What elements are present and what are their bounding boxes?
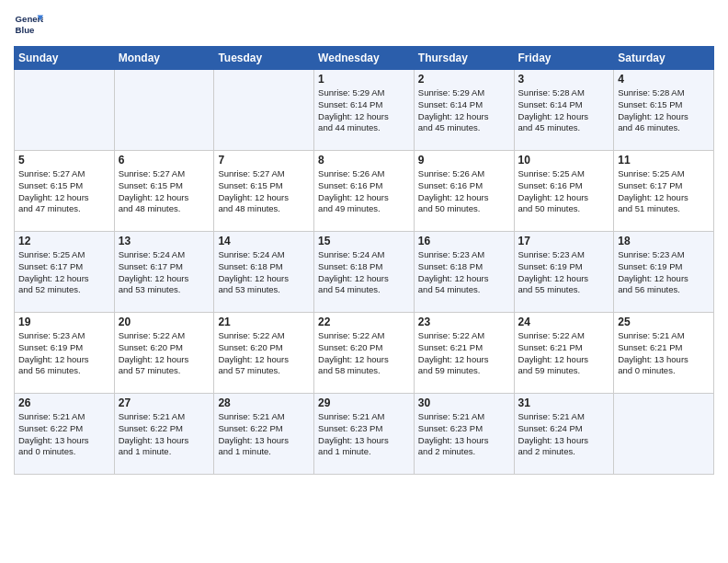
calendar-cell: 25Sunrise: 5:21 AM Sunset: 6:21 PM Dayli… [614, 313, 714, 394]
day-number: 15 [318, 235, 410, 247]
calendar-cell: 20Sunrise: 5:22 AM Sunset: 6:20 PM Dayli… [114, 313, 214, 394]
day-number: 22 [318, 316, 410, 328]
day-number: 26 [18, 396, 110, 409]
day-number: 7 [218, 154, 310, 167]
cell-text: Sunrise: 5:27 AM Sunset: 6:15 PM Dayligh… [18, 168, 110, 215]
calendar-cell: 26Sunrise: 5:21 AM Sunset: 6:22 PM Dayli… [15, 394, 115, 475]
cell-text: Sunrise: 5:23 AM Sunset: 6:19 PM Dayligh… [18, 330, 110, 377]
day-number: 17 [518, 235, 610, 247]
calendar-cell [114, 70, 214, 151]
calendar-cell: 31Sunrise: 5:21 AM Sunset: 6:24 PM Dayli… [514, 394, 614, 475]
calendar-week-1: 1Sunrise: 5:29 AM Sunset: 6:14 PM Daylig… [15, 70, 714, 151]
calendar-week-3: 12Sunrise: 5:25 AM Sunset: 6:17 PM Dayli… [15, 232, 714, 313]
day-number: 6 [119, 154, 210, 167]
calendar-cell [15, 70, 115, 151]
day-number: 19 [18, 316, 110, 328]
calendar-cell [614, 394, 714, 475]
cell-text: Sunrise: 5:29 AM Sunset: 6:14 PM Dayligh… [418, 87, 510, 134]
day-number: 20 [119, 316, 210, 328]
day-number: 8 [318, 154, 410, 167]
day-number: 3 [518, 73, 610, 86]
calendar-cell: 1Sunrise: 5:29 AM Sunset: 6:14 PM Daylig… [314, 70, 415, 151]
cell-text: Sunrise: 5:22 AM Sunset: 6:21 PM Dayligh… [518, 330, 610, 377]
calendar-cell: 16Sunrise: 5:23 AM Sunset: 6:18 PM Dayli… [414, 232, 514, 313]
day-number: 27 [119, 396, 210, 409]
day-number: 25 [618, 316, 710, 328]
calendar-cell: 3Sunrise: 5:28 AM Sunset: 6:14 PM Daylig… [514, 70, 614, 151]
calendar-week-2: 5Sunrise: 5:27 AM Sunset: 6:15 PM Daylig… [15, 151, 714, 232]
calendar-cell: 22Sunrise: 5:22 AM Sunset: 6:20 PM Dayli… [314, 313, 415, 394]
day-number: 23 [418, 316, 510, 328]
calendar-cell: 7Sunrise: 5:27 AM Sunset: 6:15 PM Daylig… [214, 151, 314, 232]
calendar-cell: 8Sunrise: 5:26 AM Sunset: 6:16 PM Daylig… [314, 151, 415, 232]
cell-text: Sunrise: 5:21 AM Sunset: 6:22 PM Dayligh… [218, 411, 310, 458]
weekday-header-wednesday: Wednesday [314, 47, 415, 70]
weekday-header-thursday: Thursday [414, 47, 514, 70]
cell-text: Sunrise: 5:27 AM Sunset: 6:15 PM Dayligh… [218, 168, 310, 215]
cell-text: Sunrise: 5:21 AM Sunset: 6:22 PM Dayligh… [18, 411, 110, 458]
logo: General Blue [14, 9, 43, 39]
day-number: 28 [218, 396, 310, 409]
cell-text: Sunrise: 5:28 AM Sunset: 6:15 PM Dayligh… [618, 87, 710, 134]
cell-text: Sunrise: 5:24 AM Sunset: 6:18 PM Dayligh… [218, 249, 310, 296]
cell-text: Sunrise: 5:28 AM Sunset: 6:14 PM Dayligh… [518, 87, 610, 134]
day-number: 4 [618, 73, 710, 86]
cell-text: Sunrise: 5:21 AM Sunset: 6:23 PM Dayligh… [418, 411, 510, 458]
day-number: 10 [518, 154, 610, 167]
day-number: 9 [418, 154, 510, 167]
calendar-cell: 27Sunrise: 5:21 AM Sunset: 6:22 PM Dayli… [114, 394, 214, 475]
cell-text: Sunrise: 5:21 AM Sunset: 6:21 PM Dayligh… [618, 330, 710, 377]
cell-text: Sunrise: 5:23 AM Sunset: 6:19 PM Dayligh… [618, 249, 710, 296]
day-number: 24 [518, 316, 610, 328]
calendar-cell: 29Sunrise: 5:21 AM Sunset: 6:23 PM Dayli… [314, 394, 415, 475]
calendar-cell: 9Sunrise: 5:26 AM Sunset: 6:16 PM Daylig… [414, 151, 514, 232]
calendar-cell: 23Sunrise: 5:22 AM Sunset: 6:21 PM Dayli… [414, 313, 514, 394]
calendar-cell: 21Sunrise: 5:22 AM Sunset: 6:20 PM Dayli… [214, 313, 314, 394]
cell-text: Sunrise: 5:25 AM Sunset: 6:17 PM Dayligh… [18, 249, 110, 296]
calendar-cell: 19Sunrise: 5:23 AM Sunset: 6:19 PM Dayli… [15, 313, 115, 394]
weekday-header-saturday: Saturday [614, 47, 714, 70]
day-number: 31 [518, 396, 610, 409]
cell-text: Sunrise: 5:26 AM Sunset: 6:16 PM Dayligh… [318, 168, 410, 215]
calendar-cell: 4Sunrise: 5:28 AM Sunset: 6:15 PM Daylig… [614, 70, 714, 151]
cell-text: Sunrise: 5:22 AM Sunset: 6:20 PM Dayligh… [318, 330, 410, 377]
calendar-cell: 30Sunrise: 5:21 AM Sunset: 6:23 PM Dayli… [414, 394, 514, 475]
day-number: 11 [618, 154, 710, 167]
calendar-cell [214, 70, 314, 151]
day-number: 2 [418, 73, 510, 86]
day-number: 12 [18, 235, 110, 247]
cell-text: Sunrise: 5:25 AM Sunset: 6:17 PM Dayligh… [618, 168, 710, 215]
weekday-header-sunday: Sunday [15, 47, 115, 70]
calendar-cell: 17Sunrise: 5:23 AM Sunset: 6:19 PM Dayli… [514, 232, 614, 313]
calendar-cell: 18Sunrise: 5:23 AM Sunset: 6:19 PM Dayli… [614, 232, 714, 313]
calendar-cell: 12Sunrise: 5:25 AM Sunset: 6:17 PM Dayli… [15, 232, 115, 313]
weekday-header-friday: Friday [514, 47, 614, 70]
day-number: 5 [18, 154, 110, 167]
calendar-week-5: 26Sunrise: 5:21 AM Sunset: 6:22 PM Dayli… [15, 394, 714, 475]
header: General Blue [14, 9, 714, 39]
calendar-cell: 2Sunrise: 5:29 AM Sunset: 6:14 PM Daylig… [414, 70, 514, 151]
cell-text: Sunrise: 5:23 AM Sunset: 6:19 PM Dayligh… [518, 249, 610, 296]
day-number: 30 [418, 396, 510, 409]
calendar-cell: 15Sunrise: 5:24 AM Sunset: 6:18 PM Dayli… [314, 232, 415, 313]
calendar-cell: 14Sunrise: 5:24 AM Sunset: 6:18 PM Dayli… [214, 232, 314, 313]
calendar-table: SundayMondayTuesdayWednesdayThursdayFrid… [14, 46, 714, 475]
day-number: 21 [218, 316, 310, 328]
cell-text: Sunrise: 5:21 AM Sunset: 6:24 PM Dayligh… [518, 411, 610, 458]
cell-text: Sunrise: 5:25 AM Sunset: 6:16 PM Dayligh… [518, 168, 610, 215]
calendar-cell: 28Sunrise: 5:21 AM Sunset: 6:22 PM Dayli… [214, 394, 314, 475]
cell-text: Sunrise: 5:22 AM Sunset: 6:20 PM Dayligh… [119, 330, 210, 377]
day-number: 13 [119, 235, 210, 247]
weekday-header-row: SundayMondayTuesdayWednesdayThursdayFrid… [15, 47, 714, 70]
day-number: 29 [318, 396, 410, 409]
calendar-cell: 6Sunrise: 5:27 AM Sunset: 6:15 PM Daylig… [114, 151, 214, 232]
calendar-cell: 11Sunrise: 5:25 AM Sunset: 6:17 PM Dayli… [614, 151, 714, 232]
day-number: 1 [318, 73, 410, 86]
cell-text: Sunrise: 5:21 AM Sunset: 6:22 PM Dayligh… [119, 411, 210, 458]
cell-text: Sunrise: 5:23 AM Sunset: 6:18 PM Dayligh… [418, 249, 510, 296]
svg-text:Blue: Blue [16, 25, 35, 35]
calendar-week-4: 19Sunrise: 5:23 AM Sunset: 6:19 PM Dayli… [15, 313, 714, 394]
day-number: 18 [618, 235, 710, 247]
cell-text: Sunrise: 5:24 AM Sunset: 6:17 PM Dayligh… [119, 249, 210, 296]
calendar-cell: 5Sunrise: 5:27 AM Sunset: 6:15 PM Daylig… [15, 151, 115, 232]
